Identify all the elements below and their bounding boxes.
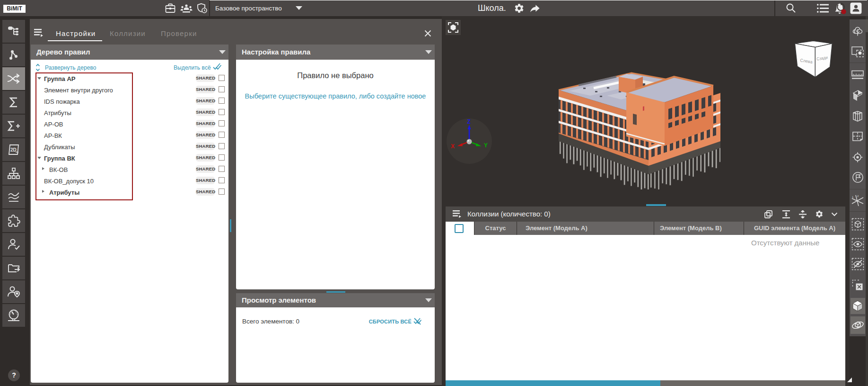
svg-text:Y: Y (484, 142, 488, 149)
svg-text:1: 1 (852, 196, 854, 198)
svg-text:2: 2 (857, 195, 859, 197)
svg-text:2D: 2D (10, 147, 17, 153)
svg-text:Z: Z (467, 118, 471, 125)
svg-text:X: X (451, 143, 455, 150)
